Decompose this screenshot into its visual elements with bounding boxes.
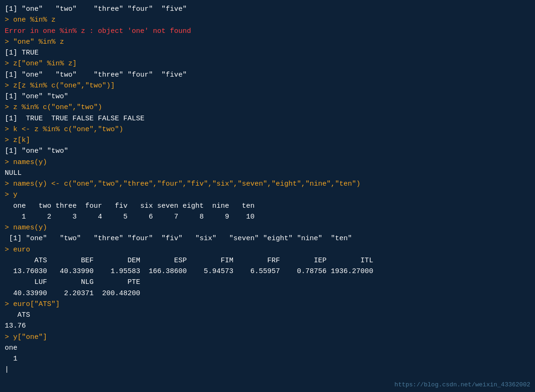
- terminal-line-33: |: [5, 364, 530, 375]
- terminal-line-18: one two three four fiv six seven eight n…: [5, 201, 530, 212]
- terminal-line-10: [1] TRUE TRUE FALSE FALSE FALSE: [5, 113, 530, 124]
- terminal-line-24: 13.76030 40.33990 1.95583 166.38600 5.94…: [5, 266, 530, 277]
- terminal-line-4: [1] TRUE: [5, 47, 530, 58]
- terminal-line-14: > names(y): [5, 157, 530, 168]
- terminal-line-0: [1] "one" "two" "three" "four" "five": [5, 4, 530, 15]
- terminal-line-12: > z[k]: [5, 135, 530, 146]
- terminal-line-29: 13.76: [5, 321, 530, 331]
- terminal-window: [1] "one" "two" "three" "four" "five"> o…: [5, 4, 530, 388]
- terminal-line-1: > one %in% z: [5, 15, 530, 25]
- terminal-line-5: > z["one" %in% z]: [5, 58, 530, 69]
- terminal-line-16: > names(y) <- c("one","two","three","fou…: [5, 179, 530, 189]
- terminal-line-27: > euro["ATS"]: [5, 299, 530, 310]
- terminal-line-19: 1 2 3 4 5 6 7 8 9 10: [5, 212, 530, 222]
- terminal-line-31: one: [5, 343, 530, 353]
- terminal-line-11: > k <- z %in% c("one","two"): [5, 124, 530, 135]
- terminal-line-26: 40.33990 2.20371 200.48200: [5, 288, 530, 299]
- terminal-line-6: [1] "one" "two" "three" "four" "five": [5, 70, 530, 80]
- terminal-line-21: [1] "one" "two" "three" "four" "fiv" "si…: [5, 233, 530, 244]
- watermark: https://blog.csdn.net/weixin_43362002: [394, 381, 530, 388]
- terminal-line-17: > y: [5, 189, 530, 200]
- terminal-line-30: > y["one"]: [5, 332, 530, 343]
- terminal-line-3: > "one" %in% z: [5, 37, 530, 47]
- terminal-line-20: > names(y): [5, 222, 530, 233]
- terminal-line-28: ATS: [5, 310, 530, 321]
- terminal-line-23: ATS BEF DEM ESP FIM FRF IEP ITL: [5, 255, 530, 266]
- terminal-line-7: > z[z %in% c("one","two")]: [5, 80, 530, 91]
- terminal-line-15: NULL: [5, 168, 530, 179]
- terminal-line-2: Error in one %in% z : object 'one' not f…: [5, 26, 530, 37]
- terminal-line-22: > euro: [5, 244, 530, 255]
- terminal-line-9: > z %in% c("one","two"): [5, 102, 530, 113]
- terminal-line-8: [1] "one" "two": [5, 91, 530, 102]
- terminal-line-32: 1: [5, 353, 530, 364]
- terminal-line-13: [1] "one" "two": [5, 146, 530, 157]
- terminal-line-25: LUF NLG PTE: [5, 277, 530, 288]
